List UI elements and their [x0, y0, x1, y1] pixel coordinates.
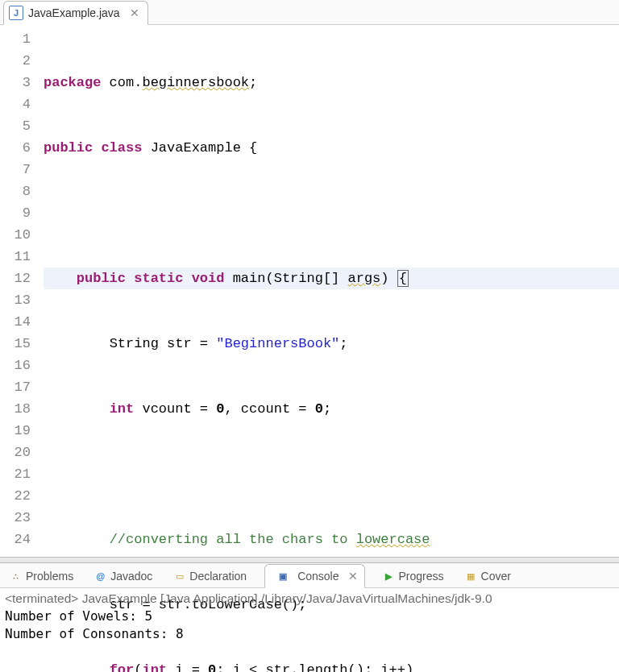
declaration-icon: ▭	[173, 570, 185, 583]
close-icon[interactable]: ✕	[130, 6, 139, 19]
code-area[interactable]: package com.beginnersbook; public class …	[35, 25, 619, 557]
progress-icon: ▶	[383, 570, 395, 583]
tab-javadoc[interactable]: @ Javadoc	[91, 565, 156, 587]
tab-problems[interactable]: ⛬ Problems	[6, 565, 77, 587]
javadoc-icon: @	[94, 570, 106, 583]
java-file-icon: J	[9, 6, 23, 20]
tab-declaration-label: Declaration	[189, 570, 247, 583]
problems-icon: ⛬	[10, 570, 22, 583]
tab-coverage[interactable]: ▦ Cover	[462, 565, 514, 587]
editor-tab-javaexample[interactable]: J JavaExample.java ✕	[3, 1, 148, 25]
tab-console[interactable]: ▣ Console ✕	[264, 564, 364, 588]
console-icon: ▣	[272, 569, 293, 584]
tab-javadoc-label: Javadoc	[110, 570, 152, 583]
tab-progress-label: Progress	[399, 570, 444, 583]
tab-progress[interactable]: ▶ Progress	[380, 565, 447, 587]
editor-tab-strip: J JavaExample.java ✕	[0, 0, 619, 25]
tab-coverage-label: Cover	[481, 570, 511, 583]
tab-declaration[interactable]: ▭ Declaration	[170, 565, 250, 587]
tab-problems-label: Problems	[26, 570, 73, 583]
close-icon[interactable]: ✕	[348, 570, 358, 583]
code-editor[interactable]: 1 2 3 4 5 6 7 8 9 10 11 12 13 14 15 16 1…	[0, 25, 619, 557]
editor-tab-label: JavaExample.java	[28, 6, 120, 19]
coverage-icon: ▦	[465, 570, 477, 583]
line-number-gutter: 1 2 3 4 5 6 7 8 9 10 11 12 13 14 15 16 1…	[0, 25, 35, 557]
tab-console-label: Console	[297, 570, 339, 583]
